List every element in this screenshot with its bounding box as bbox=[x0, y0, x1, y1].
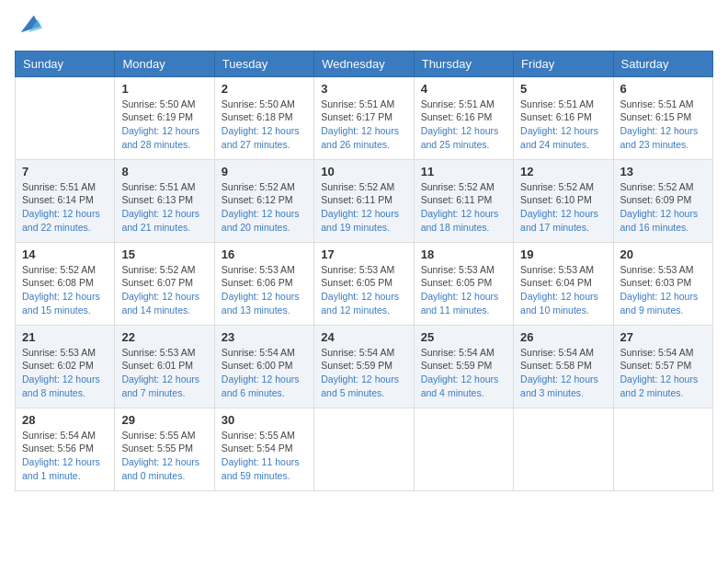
calendar-cell: 5Sunrise: 5:51 AMSunset: 6:16 PMDaylight… bbox=[514, 76, 613, 159]
day-info: Sunrise: 5:53 AMSunset: 6:03 PMDaylight:… bbox=[620, 263, 706, 317]
daylight-line1: Daylight: 12 hours bbox=[22, 290, 108, 304]
sunrise-text: Sunrise: 5:52 AM bbox=[22, 263, 108, 277]
sunrise-text: Sunrise: 5:50 AM bbox=[222, 98, 307, 111]
calendar-cell: 4Sunrise: 5:51 AMSunset: 6:16 PMDaylight… bbox=[414, 76, 513, 159]
day-number: 28 bbox=[22, 413, 108, 427]
sunset-text: Sunset: 6:01 PM bbox=[121, 359, 207, 373]
calendar-cell: 13Sunrise: 5:52 AMSunset: 6:09 PMDayligh… bbox=[613, 159, 712, 242]
daylight-line2: and 13 minutes. bbox=[222, 304, 307, 317]
calendar-cell: 9Sunrise: 5:52 AMSunset: 6:12 PMDaylight… bbox=[214, 159, 313, 242]
day-number: 11 bbox=[421, 165, 506, 178]
calendar-cell: 21Sunrise: 5:53 AMSunset: 6:02 PMDayligh… bbox=[16, 325, 115, 408]
calendar-cell: 29Sunrise: 5:55 AMSunset: 5:55 PMDayligh… bbox=[115, 408, 214, 490]
daylight-line2: and 23 minutes. bbox=[620, 138, 706, 152]
calendar-cell: 11Sunrise: 5:52 AMSunset: 6:11 PMDayligh… bbox=[414, 159, 513, 242]
daylight-line2: and 9 minutes. bbox=[620, 304, 706, 317]
daylight-line1: Daylight: 12 hours bbox=[421, 290, 506, 304]
daylight-line2: and 7 minutes. bbox=[121, 386, 207, 400]
sunset-text: Sunset: 6:16 PM bbox=[520, 110, 606, 124]
day-info: Sunrise: 5:53 AMSunset: 6:02 PMDaylight:… bbox=[22, 346, 108, 400]
daylight-line2: and 2 minutes. bbox=[620, 386, 706, 400]
sunrise-text: Sunrise: 5:54 AM bbox=[421, 346, 506, 360]
calendar-cell: 26Sunrise: 5:54 AMSunset: 5:58 PMDayligh… bbox=[514, 325, 613, 408]
day-number: 10 bbox=[321, 165, 406, 178]
sunset-text: Sunset: 6:16 PM bbox=[421, 110, 506, 124]
sunset-text: Sunset: 6:03 PM bbox=[620, 276, 706, 290]
calendar-cell: 28Sunrise: 5:54 AMSunset: 5:56 PMDayligh… bbox=[16, 408, 115, 490]
calendar-cell: 30Sunrise: 5:55 AMSunset: 5:54 PMDayligh… bbox=[214, 408, 313, 490]
calendar-cell bbox=[514, 408, 613, 490]
daylight-line1: Daylight: 12 hours bbox=[222, 290, 307, 304]
day-info: Sunrise: 5:53 AMSunset: 6:06 PMDaylight:… bbox=[222, 263, 307, 317]
calendar-cell bbox=[414, 408, 513, 490]
weekday-header-saturday: Saturday bbox=[613, 51, 712, 76]
daylight-line1: Daylight: 12 hours bbox=[520, 207, 606, 221]
weekday-header-friday: Friday bbox=[514, 51, 613, 76]
daylight-line2: and 18 minutes. bbox=[421, 221, 506, 235]
daylight-line2: and 12 minutes. bbox=[321, 304, 406, 317]
logo bbox=[15, 15, 42, 41]
sunrise-text: Sunrise: 5:53 AM bbox=[321, 263, 406, 277]
daylight-line1: Daylight: 12 hours bbox=[22, 455, 108, 469]
daylight-line2: and 5 minutes. bbox=[321, 386, 406, 400]
day-info: Sunrise: 5:54 AMSunset: 5:57 PMDaylight:… bbox=[620, 346, 706, 400]
sunrise-text: Sunrise: 5:53 AM bbox=[22, 346, 108, 360]
daylight-line2: and 1 minute. bbox=[22, 469, 108, 483]
sunrise-text: Sunrise: 5:54 AM bbox=[321, 346, 406, 360]
day-number: 7 bbox=[22, 165, 108, 178]
day-number: 3 bbox=[321, 82, 406, 96]
daylight-line1: Daylight: 12 hours bbox=[421, 207, 506, 221]
daylight-line1: Daylight: 12 hours bbox=[520, 373, 606, 386]
day-info: Sunrise: 5:51 AMSunset: 6:17 PMDaylight:… bbox=[321, 98, 406, 152]
calendar-header-row: SundayMondayTuesdayWednesdayThursdayFrid… bbox=[16, 51, 713, 76]
sunrise-text: Sunrise: 5:51 AM bbox=[121, 180, 207, 194]
weekday-header-sunday: Sunday bbox=[16, 51, 115, 76]
daylight-line1: Daylight: 12 hours bbox=[421, 124, 506, 138]
calendar-cell: 8Sunrise: 5:51 AMSunset: 6:13 PMDaylight… bbox=[115, 159, 214, 242]
sunrise-text: Sunrise: 5:51 AM bbox=[421, 98, 506, 111]
daylight-line2: and 15 minutes. bbox=[22, 304, 108, 317]
daylight-line1: Daylight: 12 hours bbox=[121, 455, 207, 469]
daylight-line2: and 8 minutes. bbox=[22, 386, 108, 400]
daylight-line2: and 4 minutes. bbox=[421, 386, 506, 400]
sunrise-text: Sunrise: 5:54 AM bbox=[620, 346, 706, 360]
day-number: 8 bbox=[121, 165, 207, 178]
daylight-line1: Daylight: 12 hours bbox=[321, 290, 406, 304]
sunset-text: Sunset: 5:59 PM bbox=[421, 359, 506, 373]
logo-icon bbox=[17, 11, 42, 37]
day-number: 21 bbox=[22, 330, 108, 344]
sunset-text: Sunset: 5:59 PM bbox=[321, 359, 406, 373]
day-info: Sunrise: 5:52 AMSunset: 6:12 PMDaylight:… bbox=[222, 180, 307, 235]
daylight-line2: and 21 minutes. bbox=[121, 221, 207, 235]
calendar-cell: 15Sunrise: 5:52 AMSunset: 6:07 PMDayligh… bbox=[115, 242, 214, 325]
day-number: 23 bbox=[222, 330, 307, 344]
sunset-text: Sunset: 6:06 PM bbox=[222, 276, 307, 290]
day-number: 22 bbox=[121, 330, 207, 344]
day-number: 12 bbox=[520, 165, 606, 178]
calendar-week-row: 7Sunrise: 5:51 AMSunset: 6:14 PMDaylight… bbox=[16, 159, 713, 242]
day-info: Sunrise: 5:53 AMSunset: 6:05 PMDaylight:… bbox=[421, 263, 506, 317]
sunset-text: Sunset: 5:55 PM bbox=[121, 442, 207, 455]
calendar-cell: 10Sunrise: 5:52 AMSunset: 6:11 PMDayligh… bbox=[314, 159, 414, 242]
sunrise-text: Sunrise: 5:54 AM bbox=[222, 346, 307, 360]
calendar-cell: 27Sunrise: 5:54 AMSunset: 5:57 PMDayligh… bbox=[613, 325, 712, 408]
sunset-text: Sunset: 6:13 PM bbox=[121, 193, 207, 207]
daylight-line1: Daylight: 12 hours bbox=[222, 207, 307, 221]
daylight-line1: Daylight: 12 hours bbox=[620, 290, 706, 304]
calendar-cell: 7Sunrise: 5:51 AMSunset: 6:14 PMDaylight… bbox=[16, 159, 115, 242]
daylight-line1: Daylight: 12 hours bbox=[321, 207, 406, 221]
calendar-cell: 19Sunrise: 5:53 AMSunset: 6:04 PMDayligh… bbox=[514, 242, 613, 325]
sunset-text: Sunset: 6:15 PM bbox=[620, 110, 706, 124]
day-info: Sunrise: 5:54 AMSunset: 5:58 PMDaylight:… bbox=[520, 346, 606, 400]
sunset-text: Sunset: 5:57 PM bbox=[620, 359, 706, 373]
day-info: Sunrise: 5:52 AMSunset: 6:07 PMDaylight:… bbox=[121, 263, 207, 317]
calendar-table: SundayMondayTuesdayWednesdayThursdayFrid… bbox=[15, 51, 713, 491]
sunset-text: Sunset: 6:11 PM bbox=[321, 193, 406, 207]
calendar-week-row: 1Sunrise: 5:50 AMSunset: 6:19 PMDaylight… bbox=[16, 76, 713, 159]
daylight-line2: and 14 minutes. bbox=[121, 304, 207, 317]
daylight-line1: Daylight: 12 hours bbox=[121, 290, 207, 304]
daylight-line2: and 26 minutes. bbox=[321, 138, 406, 152]
sunset-text: Sunset: 6:02 PM bbox=[22, 359, 108, 373]
sunrise-text: Sunrise: 5:54 AM bbox=[22, 429, 108, 442]
day-number: 27 bbox=[620, 330, 706, 344]
